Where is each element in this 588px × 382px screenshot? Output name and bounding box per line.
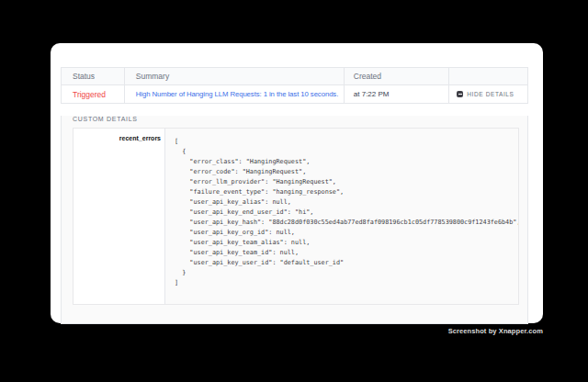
recent-errors-key-label: recent_errors <box>74 129 165 304</box>
custom-details-heading: CUSTOM DETAILS <box>73 116 527 122</box>
recent-errors-json-value: [ { "error_class": "HangingRequest", "er… <box>165 129 518 304</box>
column-header-created: Created <box>345 68 450 84</box>
table-header-row: Status Summary Created <box>61 67 528 85</box>
xnapper-watermark: Screenshot by Xnapper.com <box>448 327 543 335</box>
alert-table-row: Triggered High Number of Hanging LLM Req… <box>61 85 528 104</box>
created-timestamp: at 7:22 PM <box>354 90 390 98</box>
created-cell: at 7:22 PM <box>345 85 450 103</box>
hide-details-button[interactable]: HIDE DETAILS <box>457 91 514 97</box>
custom-details-section: CUSTOM DETAILS recent_errors [ { "error_… <box>61 116 528 324</box>
alerts-table: Status Summary Created Triggered High Nu… <box>61 67 528 324</box>
collapse-minus-icon <box>457 91 463 97</box>
actions-cell: HIDE DETAILS <box>449 85 527 103</box>
status-cell: Triggered <box>62 85 125 103</box>
hide-details-label: HIDE DETAILS <box>467 91 514 97</box>
alert-summary-link[interactable]: High Number of Hanging LLM Requests: 1 i… <box>136 90 338 98</box>
alert-details-card: Status Summary Created Triggered High Nu… <box>51 43 543 323</box>
custom-details-box: recent_errors [ { "error_class": "Hangin… <box>73 128 519 305</box>
column-header-summary: Summary <box>125 68 345 84</box>
column-header-status: Status <box>62 68 125 84</box>
column-header-actions <box>449 68 527 84</box>
summary-cell: High Number of Hanging LLM Requests: 1 i… <box>125 85 345 103</box>
status-badge: Triggered <box>73 90 106 99</box>
